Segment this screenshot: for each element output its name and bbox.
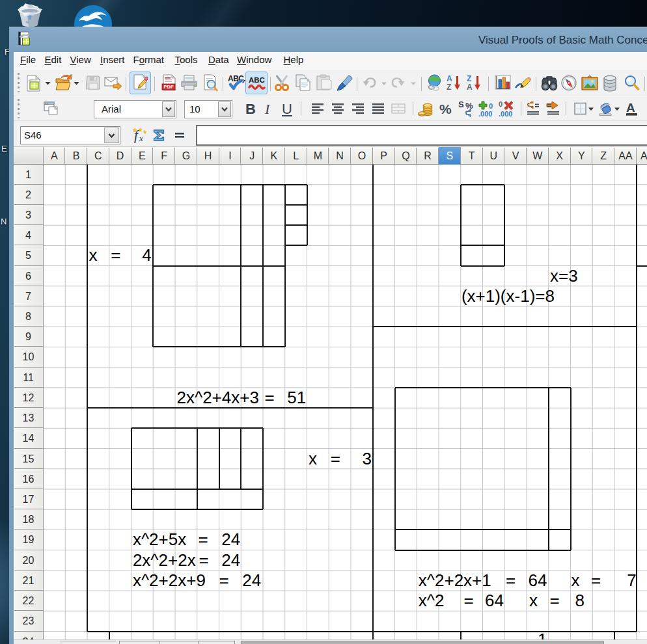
svg-text:A: A: [626, 101, 635, 114]
svg-text:PDF: PDF: [164, 84, 174, 90]
svg-text:A: A: [447, 74, 452, 83]
svg-text:ABC: ABC: [249, 76, 265, 84]
svg-text:.000: .000: [478, 110, 492, 118]
svg-text:0: 0: [499, 100, 502, 108]
svg-text:0: 0: [489, 102, 493, 110]
svg-text:.000: .000: [499, 110, 512, 118]
svg-text:Z: Z: [467, 74, 471, 83]
svg-text:%: %: [465, 101, 473, 111]
svg-text:S: S: [458, 100, 464, 109]
svg-text:Z: Z: [447, 83, 451, 92]
svg-text:A: A: [467, 83, 473, 92]
svg-text:x: x: [139, 133, 143, 143]
